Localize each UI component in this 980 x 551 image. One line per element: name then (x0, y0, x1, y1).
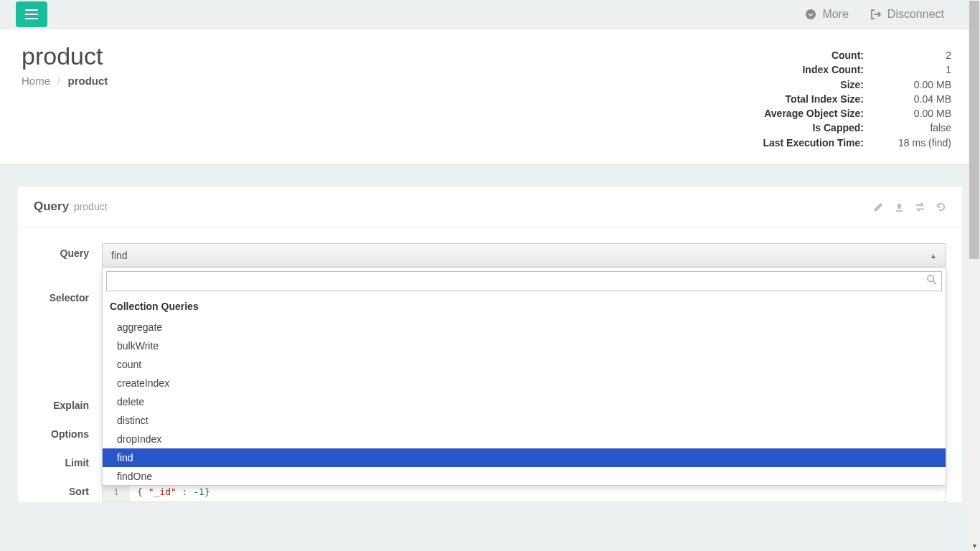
svg-rect-1 (25, 14, 38, 15)
svg-point-4 (928, 276, 934, 282)
stat-count-value: 2 (880, 48, 951, 62)
dropdown-group-header: Collection Queries (103, 295, 946, 318)
page-header: product Home / product Count:2 Index Cou… (0, 29, 980, 165)
explain-label: Explain (34, 395, 102, 411)
query-type-value: find (111, 250, 128, 261)
search-icon (927, 275, 937, 287)
stat-last-exec-label: Last Execution Time: (753, 136, 864, 150)
dropdown-item-findone[interactable]: findOne (103, 467, 946, 485)
panel-subtitle-text: product (74, 201, 108, 212)
breadcrumb-current: product (68, 75, 108, 87)
chevron-down-circle-icon (805, 9, 816, 20)
exchange-icon (915, 202, 925, 212)
stat-is-capped-label: Is Capped: (753, 121, 864, 135)
query-type-dropdown: Collection Queries aggregate bulkWrite c… (102, 267, 946, 486)
dropdown-item-delete[interactable]: delete (103, 392, 946, 411)
stat-avg-obj-size-value: 0.00 MB (880, 106, 951, 121)
options-label: Options (34, 424, 102, 440)
panel-title: Query product (34, 199, 108, 214)
stat-is-capped-value: false (880, 121, 951, 135)
edit-button[interactable] (873, 202, 884, 212)
svg-line-5 (933, 281, 936, 284)
swap-button[interactable] (915, 202, 925, 212)
page-scrollbar-track: ▾ (969, 0, 980, 551)
upload-button[interactable] (894, 202, 905, 212)
svg-rect-2 (25, 18, 38, 19)
hamburger-icon (25, 9, 38, 19)
stat-index-count-value: 1 (880, 62, 951, 77)
query-label: Query (34, 243, 102, 259)
dropdown-item-distinct[interactable]: distinct (103, 411, 946, 430)
selector-label: Selector (34, 288, 102, 303)
more-label: More (822, 8, 848, 21)
breadcrumb-separator: / (57, 75, 60, 87)
stat-avg-obj-size-label: Average Object Size: (753, 106, 864, 121)
disconnect-button[interactable]: Disconnect (870, 8, 944, 21)
limit-label: Limit (34, 453, 102, 468)
select-collapse-icon: ▲ (930, 252, 937, 260)
dropdown-item-find[interactable]: find (103, 448, 946, 467)
dropdown-search-input[interactable] (106, 271, 942, 291)
svg-point-3 (806, 9, 816, 19)
more-menu-button[interactable]: More (805, 8, 848, 21)
stat-size-value: 0.00 MB (880, 77, 951, 92)
dropdown-item-bulkwrite[interactable]: bulkWrite (103, 336, 946, 355)
dropdown-item-createindex[interactable]: createIndex (103, 374, 946, 392)
page-scrollbar-down-arrow[interactable]: ▾ (969, 540, 980, 551)
stat-total-index-size-label: Total Index Size: (753, 92, 864, 106)
dropdown-item-aggregate[interactable]: aggregate (103, 318, 946, 336)
page-scrollbar-thumb[interactable] (969, 1, 979, 259)
breadcrumb-home-link[interactable]: Home (22, 75, 50, 87)
dropdown-item-dropindex[interactable]: dropIndex (103, 430, 946, 448)
sign-out-icon (870, 9, 882, 20)
dropdown-item-count[interactable]: count (103, 355, 946, 374)
pencil-icon (873, 202, 884, 212)
upload-icon (894, 202, 905, 212)
reset-button[interactable] (936, 202, 946, 212)
page-title: product (22, 42, 108, 70)
stat-index-count-label: Index Count: (753, 62, 864, 77)
breadcrumb: Home / product (22, 75, 108, 87)
stat-count-label: Count: (753, 48, 864, 62)
undo-icon (936, 202, 946, 212)
sort-label: Sort (34, 481, 102, 497)
collection-stats: Count:2 Index Count:1 Size:0.00 MB Total… (753, 48, 951, 150)
query-type-select[interactable]: find ▲ (102, 243, 946, 268)
disconnect-label: Disconnect (887, 8, 944, 21)
stat-size-label: Size: (753, 77, 864, 92)
svg-rect-0 (25, 9, 38, 11)
stat-total-index-size-value: 0.04 MB (880, 92, 951, 106)
query-panel: Query product Query find ▲ (18, 187, 962, 502)
dropdown-list[interactable]: Collection Queries aggregate bulkWrite c… (103, 295, 946, 485)
stat-last-exec-value: 18 ms (find) (880, 136, 951, 150)
panel-title-text: Query (34, 199, 69, 213)
menu-toggle-button[interactable] (16, 1, 47, 27)
topbar: More Disconnect (0, 0, 980, 29)
